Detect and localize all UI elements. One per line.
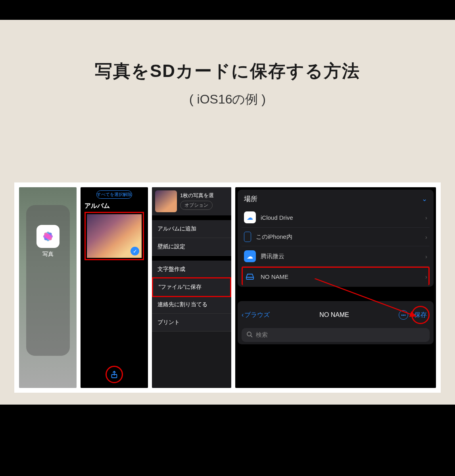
options-chip[interactable]: オプション [180,201,213,210]
page-title: 写真をSDカードに保存する方法 [0,60,455,83]
search-input[interactable]: 検索 [242,328,430,342]
location-noname[interactable]: NO NAME › [242,267,430,285]
location-label: 腾讯微云 [261,253,284,260]
selected-check-icon: ✓ [131,247,139,255]
step-select-photo: すべてを選択解除 アルバム ✓ [81,187,148,388]
svg-point-11 [247,332,251,336]
step-photos-app: 写真 [19,187,77,388]
step-share-sheet: 1枚の写真を選 オプション アルバムに追加 壁紙に設定 文字盤作成 "ファイル"… [152,187,231,388]
locations-heading: 場所 [244,194,257,203]
action-set-wallpaper[interactable]: 壁紙に設定 [152,238,231,256]
svg-rect-9 [246,277,253,279]
location-icloud[interactable]: ☁ iCloud Drive › [242,207,430,228]
chevron-left-icon: ‹ [242,311,244,319]
action-save-to-files[interactable]: "ファイル"に保存 [152,277,231,297]
chevron-right-icon: › [425,253,427,260]
photo-thumbnail[interactable]: ✓ [87,214,142,258]
location-iphone[interactable]: このiPhone内 › [242,228,430,246]
action-add-to-album[interactable]: アルバムに追加 [152,220,231,238]
step-locations: 場所 ⌄ ☁ iCloud Drive › このiPhone内 › ☁ 腾讯微云… [235,187,436,388]
location-label: このiPhone内 [256,233,292,241]
photos-app-icon[interactable] [36,225,60,248]
phone-icon [244,232,251,242]
browse-label: ブラウズ [244,311,270,319]
location-weiyun[interactable]: ☁ 腾讯微云 › [242,246,430,267]
action-create-watchface[interactable]: 文字盤作成 [152,261,231,278]
deselect-all-button[interactable]: すべてを選択解除 [96,190,132,199]
collapse-chevron-icon[interactable]: ⌄ [422,195,427,203]
svg-line-12 [251,336,252,337]
location-label: iCloud Drive [261,214,293,221]
share-button[interactable] [106,366,123,383]
weiyun-icon: ☁ [244,250,256,262]
location-title: NO NAME [319,311,349,319]
action-assign-contact[interactable]: 連絡先に割り当てる [152,296,231,314]
chevron-right-icon: › [425,273,427,280]
chevron-right-icon: › [425,214,427,221]
more-button[interactable]: ••• [399,310,408,320]
share-thumbnail [155,190,177,212]
chevron-right-icon: › [425,234,427,240]
cloud-icon: ☁ [244,211,256,223]
page-subtitle: ( iOS16の例 ) [0,91,455,108]
share-icon [110,370,119,379]
action-print[interactable]: プリント [152,314,231,332]
back-browse-button[interactable]: ‹ ブラウズ [242,311,270,319]
share-header: 1枚の写真を選 [180,192,228,199]
album-heading: アルバム [84,202,148,210]
drive-icon [244,271,256,282]
highlight-thumbnail: ✓ [84,212,144,260]
save-button[interactable]: 保存 [411,306,430,324]
photos-app-label: 写真 [19,251,77,258]
search-icon [246,331,253,339]
search-placeholder: 検索 [256,331,268,339]
location-label: NO NAME [261,273,288,280]
